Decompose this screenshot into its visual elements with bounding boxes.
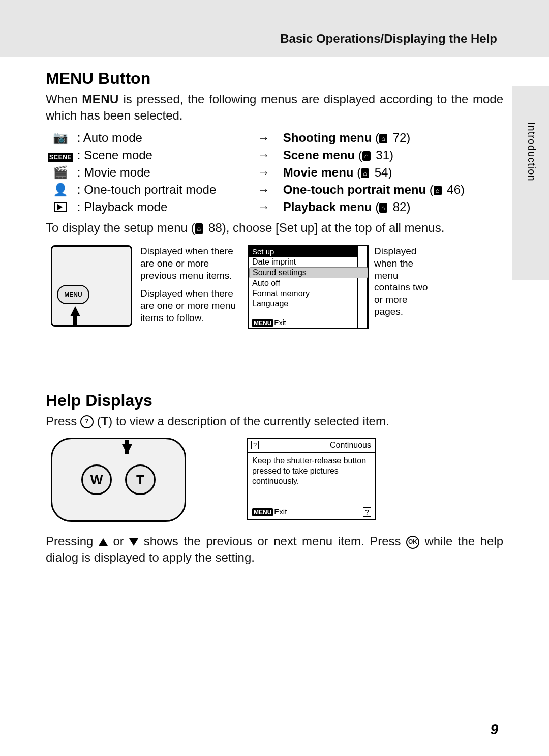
- camera-menu-button-icon: MENU: [57, 285, 89, 304]
- menu-button-intro: When MENU is pressed, the following menu…: [46, 91, 503, 124]
- help-dialog-screenshot: ? Continuous Keep the shutter-release bu…: [247, 438, 376, 520]
- help-navigation-note: Pressing or shows the previous or next m…: [46, 533, 503, 566]
- page-ref-icon: ⌂: [379, 203, 387, 213]
- page-ref-icon: ⌂: [379, 134, 387, 143]
- help-icon: ?: [80, 415, 94, 428]
- mode-name: : Scene mode: [75, 147, 247, 164]
- mode-name: : One-touch portrait mode: [75, 181, 247, 198]
- arrow-right-icon: →: [247, 129, 281, 147]
- zoom-out-w-button-icon: W: [81, 464, 112, 495]
- mode-name: : Auto mode: [75, 129, 247, 147]
- menu-name: One-touch portrait menu (⌂ 46): [281, 181, 503, 198]
- menu-exit-label: MENUExit: [249, 317, 368, 328]
- page-header: Basic Operations/Displaying the Help: [0, 0, 549, 57]
- mode-row: 📷: Auto mode→Shooting menu (⌂ 72): [46, 129, 503, 147]
- help-dialog-title: Continuous: [330, 441, 371, 449]
- scroll-down-note: Displayed when there are one or more men…: [140, 287, 242, 324]
- help-displays-heading: Help Displays: [46, 391, 503, 410]
- page-ref-icon: ⌂: [361, 168, 369, 178]
- mode-row: : Playback mode→Playback menu (⌂ 82): [46, 198, 503, 216]
- menu-name: Movie menu (⌂ 54): [281, 164, 503, 181]
- portrait-icon: 👤: [53, 183, 68, 196]
- help-q2-icon: ?: [363, 507, 371, 517]
- arrow-right-icon: →: [247, 198, 281, 216]
- menu-diagram: MENU Displayed when there are one or mor…: [46, 245, 503, 330]
- section-tab-label: Introduction: [526, 122, 537, 182]
- page-number: 9: [490, 721, 498, 738]
- section-tab: Introduction: [512, 86, 549, 280]
- help-dialog-body: Keep the shutter-release button pressed …: [248, 453, 375, 489]
- setup-menu-note: To display the setup menu (⌂ 88), choose…: [46, 220, 503, 236]
- zoom-in-t-button-icon: T: [125, 464, 156, 495]
- page-ref-icon: ⌂: [434, 186, 442, 195]
- help-q-icon: ?: [251, 441, 259, 449]
- page-ref-icon: ⌂: [195, 223, 203, 235]
- ok-button-icon: OK: [406, 536, 419, 549]
- scene-icon: SCENE: [48, 153, 73, 162]
- page-ref-icon: ⌂: [362, 151, 371, 161]
- mode-row: 🎬: Movie mode→Movie menu (⌂ 54): [46, 164, 503, 181]
- movie-icon: 🎬: [53, 165, 68, 179]
- up-arrow-icon: [99, 538, 108, 546]
- menu-item: Auto off: [249, 278, 368, 288]
- arrow-right-icon: →: [247, 164, 281, 181]
- menu-name: Playback menu (⌂ 82): [281, 198, 503, 216]
- menu-screen-title: Set up: [249, 246, 368, 257]
- mode-menu-table: 📷: Auto mode→Shooting menu (⌂ 72)SCENE: …: [46, 129, 503, 216]
- menu-item: Language: [249, 299, 368, 309]
- camera-zoom-illustration: W T: [51, 438, 186, 522]
- breadcrumb: Basic Operations/Displaying the Help: [280, 32, 497, 46]
- menu-name: Scene menu (⌂ 31): [281, 147, 503, 164]
- menu-item-selected: Sound settings: [249, 267, 368, 278]
- mode-row: 👤: One-touch portrait mode→One-touch por…: [46, 181, 503, 198]
- help-exit-label: MENUExit: [252, 507, 287, 517]
- playback-icon: [54, 202, 67, 212]
- menu-name: Shooting menu (⌂ 72): [281, 129, 503, 147]
- menu-item: Format memory: [249, 288, 368, 299]
- down-arrow-icon: [129, 538, 138, 546]
- multipage-note: Displayed when the menu contains two or …: [374, 245, 431, 318]
- arrow-up-icon: [70, 306, 80, 316]
- mode-name: : Playback mode: [75, 198, 247, 216]
- help-diagram: W T ? Continuous Keep the shutter-releas…: [46, 438, 503, 522]
- help-displays-intro: Press ? (T) to view a description of the…: [46, 413, 503, 429]
- menu-word-icon: MENU: [82, 92, 119, 106]
- scroll-up-note: Displayed when there are one or more pre…: [140, 245, 242, 330]
- setup-menu-screenshot: Set up Date imprint Sound settings Auto …: [248, 245, 369, 329]
- menu-button-heading: MENU Button: [46, 69, 503, 88]
- camera-illustration: MENU: [51, 245, 132, 327]
- mode-row: SCENE: Scene mode→Scene menu (⌂ 31): [46, 147, 503, 164]
- mode-name: : Movie mode: [75, 164, 247, 181]
- arrow-right-icon: →: [247, 147, 281, 164]
- arrow-down-icon: [122, 444, 132, 454]
- camera-icon: 📷: [53, 131, 68, 144]
- arrow-right-icon: →: [247, 181, 281, 198]
- menu-item: Date imprint: [249, 257, 368, 267]
